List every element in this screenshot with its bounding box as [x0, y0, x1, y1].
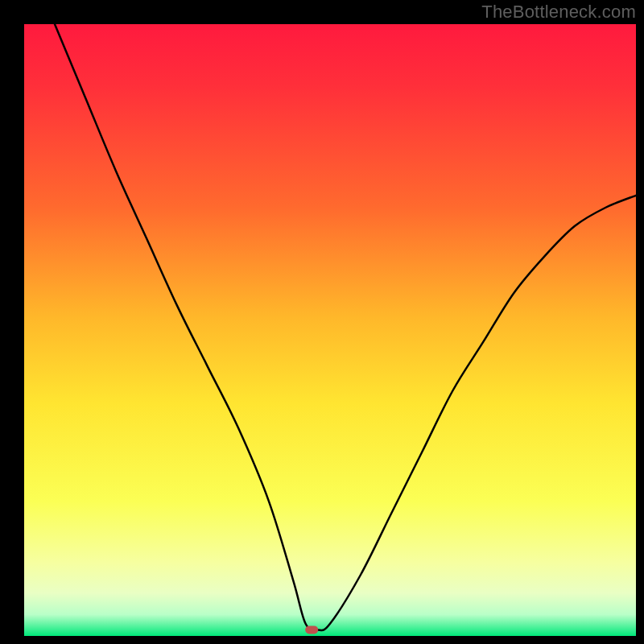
- current-config-marker: [305, 625, 318, 634]
- plot-background: [24, 24, 636, 636]
- watermark-text: TheBottleneck.com: [481, 2, 636, 23]
- bottleneck-plot: [0, 0, 644, 644]
- chart-frame: TheBottleneck.com: [0, 0, 644, 644]
